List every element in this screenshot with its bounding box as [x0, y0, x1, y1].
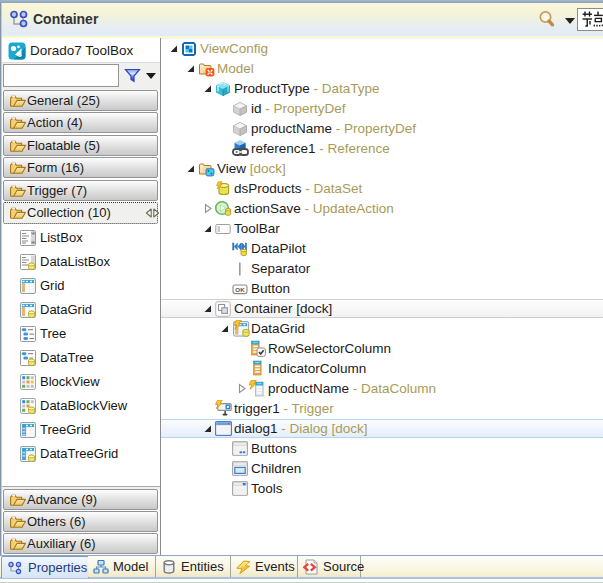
svg-text:OK: OK: [235, 286, 245, 293]
